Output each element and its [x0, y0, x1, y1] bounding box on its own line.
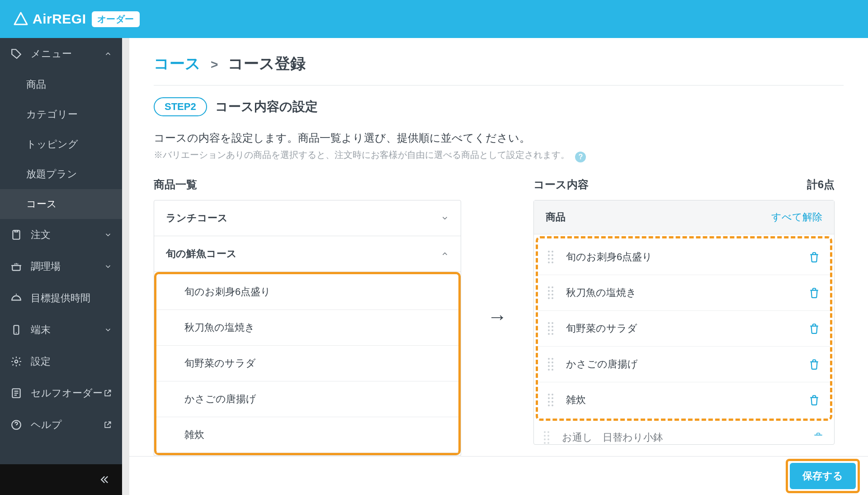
logo: AirREGI オーダー	[13, 11, 140, 27]
sidebar-settings[interactable]: 設定	[0, 346, 122, 377]
sidebar-target-time[interactable]: 目標提供時間	[0, 282, 122, 314]
transfer-arrow: →	[461, 177, 533, 456]
course-item-name: 旬野菜のサラダ	[566, 322, 637, 335]
sidebar-help[interactable]: ヘルプ	[0, 409, 122, 441]
breadcrumb-separator: >	[211, 57, 218, 72]
clipboard-icon	[10, 228, 23, 241]
product-list-title: 商品一覧	[154, 177, 461, 192]
step-badge: STEP2	[154, 97, 207, 116]
sidebar-item-label: 設定	[31, 355, 51, 368]
category-header-lunch[interactable]: ランチコース	[154, 200, 461, 236]
sidebar-order[interactable]: 注文	[0, 219, 122, 251]
course-item-name: お通し 日替わり小鉢	[562, 431, 663, 444]
course-item-row[interactable]: 旬のお刺身6点盛り	[538, 239, 830, 275]
divider	[154, 85, 844, 86]
course-item-row[interactable]: かさごの唐揚げ	[538, 347, 830, 382]
sidebar-sub-products[interactable]: 商品	[0, 70, 122, 100]
chevron-down-icon	[441, 214, 449, 222]
scrollbar-track[interactable]	[122, 38, 129, 495]
drag-handle-icon[interactable]	[548, 322, 556, 335]
chevron-up-icon	[104, 50, 112, 58]
drag-handle-icon[interactable]	[544, 431, 552, 444]
external-link-icon	[103, 389, 112, 398]
course-item-count: 計6点	[807, 177, 835, 192]
sidebar-sub-category[interactable]: カテゴリー	[0, 100, 122, 129]
clear-all-button[interactable]: すべて解除	[771, 210, 822, 224]
course-content-box: 商品 すべて解除 旬のお刺身6点盛り	[533, 200, 835, 445]
course-drop-region[interactable]: 旬のお刺身6点盛り 秋刀魚の塩焼き 旬野	[536, 236, 832, 421]
sidebar-item-label: 目標提供時間	[31, 291, 90, 305]
description-line1: コースの内容を設定します。商品一覧より選び、提供順に並べてください。	[154, 131, 844, 145]
product-item[interactable]: 旬野菜のサラダ	[156, 346, 458, 381]
delete-item-button[interactable]	[808, 323, 820, 334]
sidebar-collapse-button[interactable]	[0, 464, 122, 495]
delete-item-button[interactable]	[808, 251, 820, 263]
delete-item-button[interactable]	[808, 358, 820, 370]
sidebar-kitchen[interactable]: 調理場	[0, 251, 122, 282]
course-header: 商品 すべて解除	[534, 200, 834, 234]
device-icon	[10, 324, 23, 336]
sidebar-item-label: 注文	[31, 228, 51, 242]
sidebar-item-label: 端末	[31, 323, 51, 337]
svg-point-3	[15, 360, 18, 363]
sidebar-sub-course[interactable]: コース	[0, 189, 122, 219]
course-content-title: コース内容	[533, 177, 589, 192]
chevron-up-icon	[441, 250, 449, 258]
course-item-row[interactable]: お通し 日替わり小鉢	[534, 423, 834, 444]
sidebar-sub-plan[interactable]: 放題プラン	[0, 159, 122, 189]
description-line2: ※バリエーションありの商品を選択すると、注文時にお客様が自由に選べる商品として設…	[154, 150, 570, 160]
chevron-down-icon	[104, 231, 112, 239]
delete-item-button[interactable]	[808, 287, 820, 299]
save-highlight: 保存する	[786, 459, 860, 493]
course-item-name: かさごの唐揚げ	[566, 357, 638, 371]
self-order-icon	[10, 387, 23, 400]
save-button[interactable]: 保存する	[790, 463, 856, 489]
top-header: AirREGI オーダー	[0, 0, 868, 38]
course-item-name: 旬のお刺身6点盛り	[566, 250, 652, 264]
breadcrumb-current: コース登録	[228, 53, 306, 74]
arrow-right-icon: →	[487, 305, 507, 328]
course-item-name: 秋刀魚の塩焼き	[566, 286, 637, 300]
course-item-row[interactable]: 秋刀魚の塩焼き	[538, 275, 830, 311]
course-item-name: 雑炊	[566, 393, 586, 407]
sidebar-self-order[interactable]: セルフオーダー	[0, 377, 122, 409]
drag-handle-icon[interactable]	[548, 286, 556, 299]
brand-text: AirREGI	[33, 11, 86, 27]
help-icon	[10, 419, 23, 431]
drag-handle-icon[interactable]	[548, 251, 556, 263]
sidebar-item-label: セルフオーダー	[31, 386, 103, 400]
course-item-row[interactable]: 雑炊	[538, 382, 830, 418]
sidebar-menu[interactable]: メニュー	[0, 38, 122, 70]
category-header-fish[interactable]: 旬の鮮魚コース	[154, 236, 461, 272]
sidebar-device[interactable]: 端末	[0, 314, 122, 346]
help-tooltip-icon[interactable]: ?	[575, 152, 586, 162]
brand-badge: オーダー	[92, 11, 140, 27]
sidebar-sub-topping[interactable]: トッピング	[0, 129, 122, 159]
tag-icon	[10, 48, 23, 60]
chevron-down-icon	[104, 326, 112, 334]
product-item[interactable]: 雑炊	[156, 417, 458, 453]
category-name: 旬の鮮魚コース	[166, 247, 237, 261]
product-item[interactable]: 秋刀魚の塩焼き	[156, 310, 458, 346]
product-list: ランチコース 旬の鮮魚コース 旬のお刺身6点盛り 秋刀魚の塩焼き 旬野菜のサラダ	[154, 200, 461, 456]
course-header-label: 商品	[546, 210, 566, 224]
product-item[interactable]: 旬のお刺身6点盛り	[156, 274, 458, 310]
sidebar-menu-label: メニュー	[31, 47, 72, 61]
delete-item-button[interactable]	[808, 394, 820, 406]
svg-point-2	[16, 332, 17, 333]
logo-triangle-icon	[13, 11, 29, 27]
drag-handle-icon[interactable]	[548, 394, 556, 406]
external-link-icon	[103, 420, 112, 429]
drag-handle-icon[interactable]	[548, 358, 556, 371]
breadcrumb-parent[interactable]: コース	[154, 53, 201, 74]
main-content: コース > コース登録 STEP2 コース内容の設定 コースの内容を設定します。…	[129, 38, 868, 495]
footer-bar: 保存する	[129, 456, 868, 495]
course-item-row[interactable]: 旬野菜のサラダ	[538, 311, 830, 347]
sidebar-item-label: ヘルプ	[31, 418, 62, 432]
delete-item-button[interactable]	[812, 432, 824, 443]
collapse-icon	[98, 473, 110, 486]
pot-icon	[10, 260, 23, 273]
product-item[interactable]: かさごの唐揚げ	[156, 381, 458, 417]
sidebar: メニュー 商品 カテゴリー トッピング 放題プラン コース 注文 調理場 目標提…	[0, 38, 122, 495]
chevron-down-icon	[104, 262, 112, 271]
